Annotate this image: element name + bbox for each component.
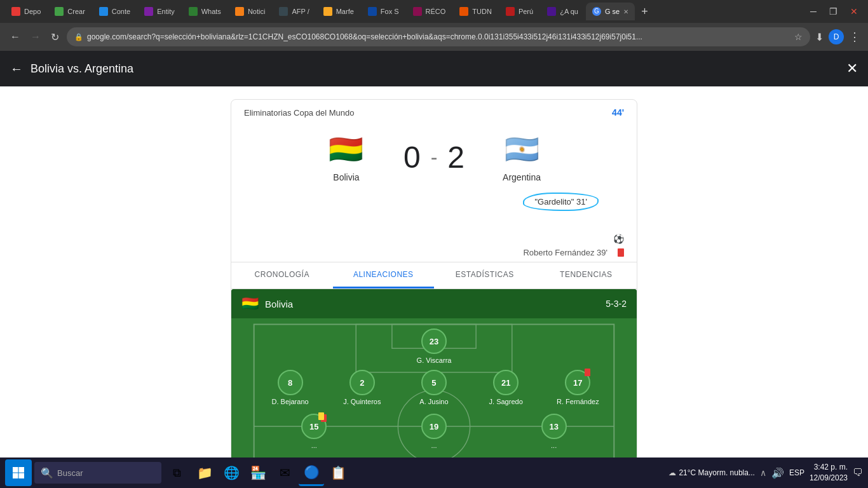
search-icon: 🔍: [41, 467, 53, 479]
panel-close-button[interactable]: ✕: [846, 60, 858, 77]
tab-whats[interactable]: Whats: [182, 3, 227, 20]
tab-entity[interactable]: Entity: [138, 3, 181, 20]
taskbar-language: ESP: [789, 468, 804, 477]
player-name-mid-13: ...: [551, 442, 557, 450]
close-window-button[interactable]: ✕: [845, 4, 863, 19]
player-number: 23: [430, 337, 438, 346]
player-number: 17: [573, 378, 582, 388]
taskbar-weather-icon: ☁: [668, 468, 676, 477]
url-bar[interactable]: 🔒 google.com/search?q=selección+bolivian…: [67, 27, 810, 46]
taskbar-sys-icons: ☁ 21°C Mayorm. nubla...: [668, 468, 755, 477]
tab-crear[interactable]: Crear: [48, 3, 92, 20]
taskbar-explorer-icon[interactable]: 📁: [192, 459, 217, 486]
player-name-mid-19: ...: [431, 442, 437, 450]
taskbar-mail-icon[interactable]: ✉: [272, 459, 297, 486]
maximize-button[interactable]: ❐: [824, 4, 843, 19]
match-card: Eliminatorias Copa del Mundo 44' 🇧🇴 Boli…: [231, 99, 637, 488]
formation-flag: 🇧🇴: [241, 295, 259, 312]
formation-team-name: Bolivia: [265, 299, 599, 309]
player-name-fernandez: R. Fernández: [557, 398, 599, 406]
midfielders-row: 15 ... 19 ...: [241, 414, 627, 450]
tab-afp[interactable]: AFP /: [273, 3, 315, 20]
minimize-button[interactable]: ─: [805, 4, 822, 19]
taskbar-clock: 3:42 p. m. 12/09/2023: [810, 462, 848, 484]
tab-reco[interactable]: RÉCO: [407, 3, 452, 20]
match-tabs: CRONOLOGÍA ALINEACIONES ESTADÍSTICAS TEN…: [231, 262, 637, 289]
player-circle-mid-15: 15: [301, 414, 327, 439]
download-button[interactable]: ⬇: [815, 31, 824, 43]
tab-aqu[interactable]: ¿A qu: [541, 3, 585, 20]
windows-icon: [12, 466, 25, 479]
player-circle-fernandez: 17: [565, 370, 590, 395]
taskbar-taskview[interactable]: ⧉: [164, 459, 189, 486]
lock-icon: 🔒: [74, 33, 83, 41]
panel-title: Bolivia vs. Argentina: [31, 62, 846, 76]
new-tab-button[interactable]: +: [636, 5, 653, 18]
search-bar-text: Buscar: [57, 468, 83, 478]
tab-marfe[interactable]: Marfe: [317, 3, 360, 20]
url-text: google.com/search?q=selección+boliviana&…: [87, 32, 790, 41]
back-button[interactable]: ←: [8, 29, 23, 45]
svg-rect-6: [13, 467, 18, 473]
player-number: 8: [288, 378, 292, 388]
taskbar-chrome-icon[interactable]: 🔵: [299, 459, 324, 486]
score-home: 0: [403, 140, 421, 175]
start-button[interactable]: [5, 459, 32, 486]
event-goal-icon: ⚽: [613, 234, 624, 244]
taskbar-search[interactable]: 🔍 Buscar: [34, 462, 161, 484]
panel-back-button[interactable]: ←: [10, 62, 23, 76]
menu-button[interactable]: ⋮: [849, 30, 860, 44]
taskbar-store-icon[interactable]: 🏪: [245, 459, 271, 486]
player-number: 19: [430, 422, 438, 431]
player-bejarano: 8 D. Bejarano: [265, 370, 316, 406]
reload-button[interactable]: ↻: [48, 29, 62, 46]
score-away: 2: [447, 140, 465, 175]
tab-depo[interactable]: Depo: [5, 3, 47, 20]
player-name-jusino: A. Jusino: [419, 398, 448, 406]
taskbar-volume-icon[interactable]: 🔊: [771, 467, 784, 479]
goal-annotation: "Gardelito" 31': [523, 193, 599, 211]
player-mid-19: 19 ...: [409, 414, 459, 450]
player-mid-13: 13 ...: [529, 414, 580, 450]
panel: ← Bolivia vs. Argentina ✕ Eliminatorias …: [0, 51, 868, 488]
event-goal-line: ⚽: [244, 232, 624, 246]
player-quinteros: 2 J. Quinteros: [337, 370, 388, 406]
player-mid-15: 15 ...: [288, 414, 339, 450]
bookmark-button[interactable]: ☆: [794, 32, 803, 42]
panel-content: Eliminatorias Copa del Mundo 44' 🇧🇴 Boli…: [0, 86, 868, 488]
player-number: 2: [360, 378, 364, 388]
match-competition: Eliminatorias Copa del Mundo: [244, 108, 354, 118]
tab-tendencias[interactable]: TENDENCIAS: [536, 262, 637, 288]
tab-gse[interactable]: G G se ✕: [586, 3, 635, 20]
event-redcard-icon: [618, 248, 624, 257]
tab-cronologia[interactable]: CRONOLOGÍA: [231, 262, 333, 288]
tab-estadisticas[interactable]: ESTADÍSTICAS: [434, 262, 536, 288]
taskbar-notification-icon[interactable]: 🗨: [853, 467, 863, 478]
player-number: 15: [309, 422, 318, 431]
player-name-sagredo: J. Sagredo: [489, 398, 523, 406]
event-redcard-line: Roberto Fernández 39': [244, 246, 624, 259]
tab-tudn[interactable]: TUDN: [453, 3, 498, 20]
player-fernandez: 17 R. Fernández: [552, 370, 603, 406]
events-section: ⚽ Roberto Fernández 39': [231, 227, 637, 262]
player-sagredo: 21 J. Sagredo: [480, 370, 531, 406]
profile-button[interactable]: D: [829, 29, 844, 44]
player-name-quinteros: J. Quinteros: [343, 398, 381, 406]
taskbar-edge-icon[interactable]: 🌐: [219, 459, 244, 486]
tab-notici[interactable]: Notici: [229, 3, 272, 20]
address-bar: ← → ↻ 🔒 google.com/search?q=selección+bo…: [0, 23, 868, 51]
player-circle-mid-13: 13: [541, 414, 567, 439]
taskbar-weather-text: 21°C Mayorm. nubla...: [679, 468, 755, 477]
player-name-viscarra: G. Viscarra: [417, 356, 452, 365]
tab-close-icon[interactable]: ✕: [623, 8, 628, 15]
window-controls: ─ ❐ ✕: [805, 4, 863, 19]
tab-peru[interactable]: Perú: [499, 3, 539, 20]
tab-alineaciones[interactable]: ALINEACIONES: [333, 262, 435, 288]
score-block: 0 - 2: [403, 140, 465, 175]
tab-conte[interactable]: Conte: [93, 3, 137, 20]
defenders-row: 8 D. Bejarano 2 J. Quinteros: [241, 370, 627, 406]
player-circle-sagredo: 21: [493, 370, 519, 395]
forward-button[interactable]: →: [28, 29, 43, 45]
tab-fox[interactable]: Fox S: [362, 3, 405, 20]
taskbar-extra-icon[interactable]: 📋: [325, 459, 351, 486]
